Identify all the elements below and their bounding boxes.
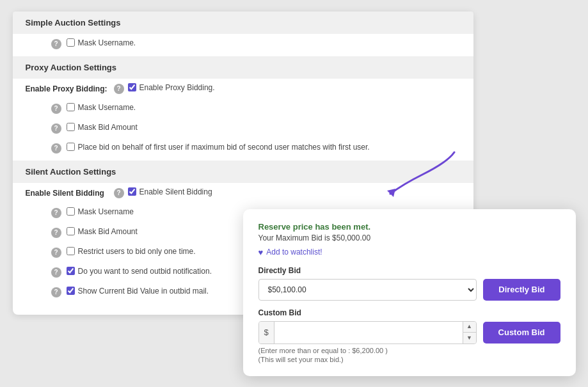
info-icon-silent-outbid: ? bbox=[51, 267, 61, 278]
proxy-mask-bid-row: ? Mask Bid Amount bbox=[13, 118, 473, 138]
custom-bid-input[interactable] bbox=[274, 322, 463, 344]
proxy-place-bid-label[interactable]: Place bid on behalf of first user if max… bbox=[67, 143, 370, 152]
reserve-met-text: Reserve price has been met. bbox=[258, 222, 560, 232]
proxy-mask-username-row: ? Mask Username. bbox=[13, 99, 473, 118]
silent-restrict-checkbox[interactable] bbox=[67, 247, 75, 255]
silent-restrict-label[interactable]: Restrict users to bid only one time. bbox=[67, 247, 196, 256]
custom-input-wrap: $ ▲ ▼ bbox=[258, 321, 477, 344]
info-icon-silent-restrict: ? bbox=[51, 248, 61, 258]
proxy-enable-content: ? Enable Proxy Bidding. bbox=[114, 83, 461, 94]
silent-mask-bid-label[interactable]: Mask Bid Amount bbox=[67, 227, 138, 236]
info-icon-silent-mask: ? bbox=[51, 208, 61, 218]
silent-label: Enable Silent Bidding bbox=[26, 187, 109, 198]
silent-show-bid-checkbox[interactable] bbox=[67, 287, 75, 295]
custom-bid-button[interactable]: Custom Bid bbox=[483, 322, 560, 344]
silent-enable-row: Enable Silent Bidding ? Enable Silent Bi… bbox=[13, 183, 473, 203]
directly-bid-section-label: Directly Bid bbox=[258, 266, 560, 275]
spinner-down[interactable]: ▼ bbox=[463, 333, 476, 344]
proxy-mask-username-checkbox[interactable] bbox=[67, 103, 75, 111]
info-icon-silent-show: ? bbox=[51, 287, 61, 297]
enable-silent-checkbox[interactable] bbox=[128, 187, 136, 196]
custom-bid-row: $ ▲ ▼ Custom Bid bbox=[258, 321, 560, 344]
custom-bid-section-label: Custom Bid bbox=[258, 308, 560, 317]
silent-show-bid-label[interactable]: Show Current Bid Value in outbid mail. bbox=[67, 287, 209, 296]
silent-outbid-checkbox[interactable] bbox=[67, 267, 75, 275]
bid-hint-1: (Enter more than or equal to : $6,200.00… bbox=[258, 347, 560, 354]
info-icon-proxy-bid: ? bbox=[51, 123, 61, 134]
simple-mask-username-label[interactable]: Mask Username. bbox=[67, 38, 136, 47]
info-icon-proxy-enable: ? bbox=[114, 84, 124, 94]
info-icon-proxy-place: ? bbox=[51, 143, 61, 154]
enable-proxy-checkbox[interactable] bbox=[128, 83, 136, 91]
silent-mask-bid-checkbox[interactable] bbox=[67, 227, 75, 235]
spinner-up[interactable]: ▲ bbox=[463, 322, 476, 333]
simple-mask-username-row: ? Mask Username. bbox=[13, 34, 473, 54]
spinner-buttons: ▲ ▼ bbox=[463, 322, 476, 344]
watchlist-label: Add to watchlist! bbox=[266, 248, 322, 257]
watchlist-link[interactable]: ♥ Add to watchlist! bbox=[258, 248, 560, 257]
proxy-mask-bid-label[interactable]: Mask Bid Amount bbox=[67, 123, 138, 132]
info-icon-proxy-mask: ? bbox=[51, 104, 61, 114]
proxy-place-bid-checkbox[interactable] bbox=[67, 143, 75, 151]
currency-symbol: $ bbox=[259, 322, 274, 344]
info-icon-simple: ? bbox=[51, 39, 61, 49]
heart-icon: ♥ bbox=[258, 248, 264, 257]
bid-popup-card: Reserve price has been met. Your Maximum… bbox=[243, 209, 576, 376]
enable-silent-label[interactable]: Enable Silent Bidding bbox=[128, 187, 212, 196]
directly-bid-select[interactable]: $50,100.00 bbox=[258, 279, 477, 301]
directly-bid-row: $50,100.00 Directly Bid bbox=[258, 279, 560, 301]
proxy-label: Enable Proxy Bidding: bbox=[26, 83, 109, 93]
silent-enable-content: ? Enable Silent Bidding bbox=[114, 187, 461, 198]
silent-mask-username-label[interactable]: Mask Username bbox=[67, 207, 134, 216]
silent-outbid-label[interactable]: Do you want to send outbid notification. bbox=[67, 267, 212, 276]
simple-auction-header: Simple Auction Settings bbox=[13, 12, 473, 34]
proxy-auction-header: Proxy Auction Settings bbox=[13, 56, 473, 79]
directly-bid-button[interactable]: Directly Bid bbox=[483, 279, 560, 301]
info-icon-silent-enable: ? bbox=[114, 188, 124, 198]
proxy-place-bid-row: ? Place bid on behalf of first user if m… bbox=[13, 138, 473, 158]
bid-hint-2: (This will set your max bid.) bbox=[258, 356, 560, 363]
enable-proxy-label[interactable]: Enable Proxy Bidding. bbox=[128, 83, 215, 92]
silent-auction-header: Silent Auction Settings bbox=[13, 161, 473, 183]
proxy-mask-username-label[interactable]: Mask Username. bbox=[67, 103, 136, 112]
info-icon-silent-bid: ? bbox=[51, 228, 61, 238]
simple-mask-username-checkbox[interactable] bbox=[67, 38, 75, 47]
proxy-enable-row: Enable Proxy Bidding: ? Enable Proxy Bid… bbox=[13, 79, 473, 99]
silent-mask-username-checkbox[interactable] bbox=[67, 207, 75, 216]
proxy-mask-bid-checkbox[interactable] bbox=[67, 123, 75, 131]
max-bid-text: Your Maximum Bid is $50,000.00 bbox=[258, 233, 560, 242]
